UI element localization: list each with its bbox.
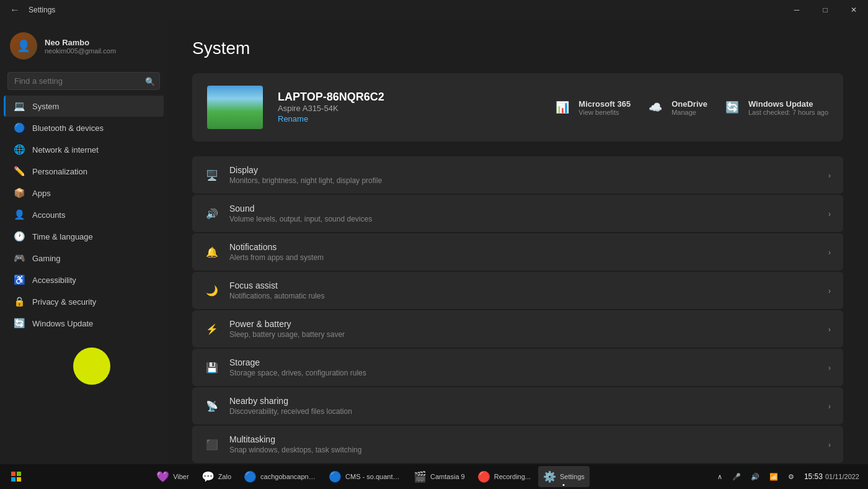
chevron-right-icon-sound: › — [828, 209, 831, 218]
badge-icon-winupdate: 🔄 — [722, 97, 742, 117]
sidebar-item-apps[interactable]: 📦 Apps — [4, 182, 164, 204]
clock[interactable]: 15:53 01/11/2022 — [800, 470, 863, 483]
taskbar-icon-viber: 💜 — [156, 470, 169, 483]
service-badge-ms365[interactable]: 📊 Microsoft 365 View benefits — [552, 97, 631, 117]
sidebar-item-privacy[interactable]: 🔒 Privacy & security — [4, 291, 164, 312]
chevron-right-icon-storage: › — [828, 363, 831, 372]
close-button[interactable]: ✕ — [839, 0, 868, 20]
settings-text-multitasking: Multitasking Snap windows, desktops, tas… — [229, 434, 818, 454]
gear-icon: ⚙ — [788, 473, 794, 481]
main-layout: 👤 Neo Rambo neokim005@gmail.com 🔍 💻 Syst… — [0, 20, 868, 464]
taskbar-app-chrome2[interactable]: 🔵 CMS - so.quantrima... — [324, 466, 406, 487]
page-title: System — [192, 38, 843, 58]
nav-icon-gaming: 🎮 — [14, 253, 25, 264]
window-controls: ─ □ ✕ — [782, 0, 868, 20]
settings-icon-nearby: 📡 — [205, 398, 219, 413]
settings-item-notifications[interactable]: 🔔 Notifications Alerts from apps and sys… — [192, 233, 843, 271]
badge-icon-ms365: 📊 — [552, 97, 572, 117]
settings-item-display[interactable]: 🖥️ Display Monitors, brightness, night l… — [192, 156, 843, 194]
network-icon-wrap[interactable]: 📶 — [766, 470, 782, 483]
settings-text-display: Display Monitors, brightness, night ligh… — [229, 165, 818, 185]
start-button[interactable] — [5, 467, 27, 487]
sidebar-item-system[interactable]: 💻 System — [4, 96, 164, 117]
taskbar-app-wrapper-viber: 💜 Viber — [151, 466, 193, 487]
taskbar-right: ∧ 🎤 🔊 📶 ⚙ 15:53 01/11/2022 — [714, 470, 863, 483]
sidebar-item-time[interactable]: 🕐 Time & language — [4, 226, 164, 247]
badge-info-winupdate: Windows Update Last checked: 7 hours ago — [748, 99, 828, 116]
system-tray-icons[interactable]: ∧ — [714, 470, 726, 483]
sidebar-item-accounts[interactable]: 👤 Accounts — [4, 204, 164, 225]
settings-item-nearby[interactable]: 📡 Nearby sharing Discoverability, receiv… — [192, 387, 843, 424]
svg-rect-2 — [11, 477, 16, 482]
settings-text-notifications: Notifications Alerts from apps and syste… — [229, 242, 818, 262]
chevron-up-icon: ∧ — [717, 473, 722, 481]
taskbar-icon-settings: ⚙️ — [543, 470, 556, 483]
taskbar-app-zalo[interactable]: 💬 Zalo — [197, 466, 236, 487]
chevron-right-icon-display: › — [828, 171, 831, 180]
volume-icon-wrap[interactable]: 🔊 — [747, 470, 763, 483]
nav-icon-network: 🌐 — [14, 144, 25, 155]
rename-link[interactable]: Rename — [278, 114, 308, 123]
chevron-right-icon-multitasking: › — [828, 440, 831, 449]
minimize-button[interactable]: ─ — [782, 0, 811, 20]
microphone-icon-wrap[interactable]: 🎤 — [728, 470, 745, 483]
search-input[interactable] — [7, 72, 160, 90]
nav-label-bluetooth: Bluetooth & devices — [32, 123, 104, 133]
system-name: LAPTOP-86NQR6C2 — [278, 91, 538, 104]
settings-desc-display: Monitors, brightness, night light, displ… — [229, 176, 818, 185]
user-profile[interactable]: 👤 Neo Rambo neokim005@gmail.com — [0, 26, 167, 70]
settings-item-storage[interactable]: 💾 Storage Storage space, drives, configu… — [192, 349, 843, 386]
sidebar-item-accessibility[interactable]: ♿ Accessibility — [4, 269, 164, 290]
taskbar-app-camtasia[interactable]: 🎬 Camtasia 9 — [409, 466, 470, 487]
settings-gear-icon-wrap[interactable]: ⚙ — [784, 470, 798, 483]
settings-item-focus[interactable]: 🌙 Focus assist Notifications, automatic … — [192, 272, 843, 309]
system-model: Aspire A315-54K — [278, 104, 538, 113]
taskbar-app-viber[interactable]: 💜 Viber — [151, 466, 193, 487]
settings-icon-storage: 💾 — [205, 360, 219, 375]
settings-desc-power: Sleep, battery usage, battery saver — [229, 330, 818, 339]
settings-item-sound[interactable]: 🔊 Sound Volume levels, output, input, so… — [192, 195, 843, 232]
svg-rect-0 — [11, 472, 16, 476]
user-name: Neo Rambo — [45, 38, 116, 47]
sidebar-item-gaming[interactable]: 🎮 Gaming — [4, 248, 164, 269]
taskbar-label-settings: Settings — [560, 473, 585, 480]
nav-icon-bluetooth: 🔵 — [14, 122, 25, 133]
taskbar-icon-camtasia: 🎬 — [414, 470, 427, 483]
taskbar-app-chrome1[interactable]: 🔵 cachgobancapnhat... — [239, 466, 321, 487]
nav-icon-personalization: ✏️ — [14, 166, 25, 177]
settings-list: 🖥️ Display Monitors, brightness, night l… — [192, 156, 843, 463]
nav-icon-accessibility: ♿ — [14, 274, 25, 285]
nav-icon-time: 🕐 — [14, 231, 25, 242]
nav-icon-apps: 📦 — [14, 187, 25, 199]
settings-desc-sound: Volume levels, output, input, sound devi… — [229, 215, 818, 223]
badge-sub-ms365[interactable]: View benefits — [578, 109, 631, 116]
settings-title-nearby: Nearby sharing — [229, 396, 818, 406]
settings-desc-multitasking: Snap windows, desktops, task switching — [229, 446, 818, 454]
taskbar-label-chrome2: CMS - so.quantrima... — [345, 473, 401, 480]
nav-icon-accounts: 👤 — [14, 209, 25, 220]
settings-item-multitasking[interactable]: ⬛ Multitasking Snap windows, desktops, t… — [192, 426, 843, 463]
sidebar-item-bluetooth[interactable]: 🔵 Bluetooth & devices — [4, 117, 164, 138]
badge-sub-onedrive[interactable]: Manage — [671, 109, 707, 116]
settings-item-power[interactable]: ⚡ Power & battery Sleep, battery usage, … — [192, 310, 843, 348]
taskbar-app-wrapper-camtasia: 🎬 Camtasia 9 — [409, 466, 470, 487]
taskbar-apps: 💜 Viber 💬 Zalo 🔵 cachgobancapnhat... 🔵 C… — [30, 466, 711, 487]
service-badge-winupdate[interactable]: 🔄 Windows Update Last checked: 7 hours a… — [722, 97, 828, 117]
time-display: 15:53 — [804, 472, 823, 481]
taskbar-label-chrome1: cachgobancapnhat... — [260, 473, 316, 480]
settings-title-power: Power & battery — [229, 319, 818, 329]
sidebar: 👤 Neo Rambo neokim005@gmail.com 🔍 💻 Syst… — [0, 20, 167, 464]
settings-desc-storage: Storage space, drives, configuration rul… — [229, 369, 818, 377]
avatar-image: 👤 — [10, 32, 37, 60]
back-button[interactable]: ← — [6, 1, 24, 19]
svg-rect-3 — [17, 477, 21, 482]
badge-sub-winupdate[interactable]: Last checked: 7 hours ago — [748, 109, 828, 116]
sidebar-item-network[interactable]: 🌐 Network & internet — [4, 139, 164, 160]
settings-icon-power: ⚡ — [205, 321, 219, 336]
service-badge-onedrive[interactable]: ☁️ OneDrive Manage — [645, 97, 707, 117]
settings-title-multitasking: Multitasking — [229, 434, 818, 444]
maximize-button[interactable]: □ — [811, 0, 839, 20]
taskbar-app-recording[interactable]: 🔴 Recording... — [472, 466, 536, 487]
sidebar-item-windows-update[interactable]: 🔄 Windows Update — [4, 313, 164, 334]
sidebar-item-personalization[interactable]: ✏️ Personalization — [4, 161, 164, 182]
